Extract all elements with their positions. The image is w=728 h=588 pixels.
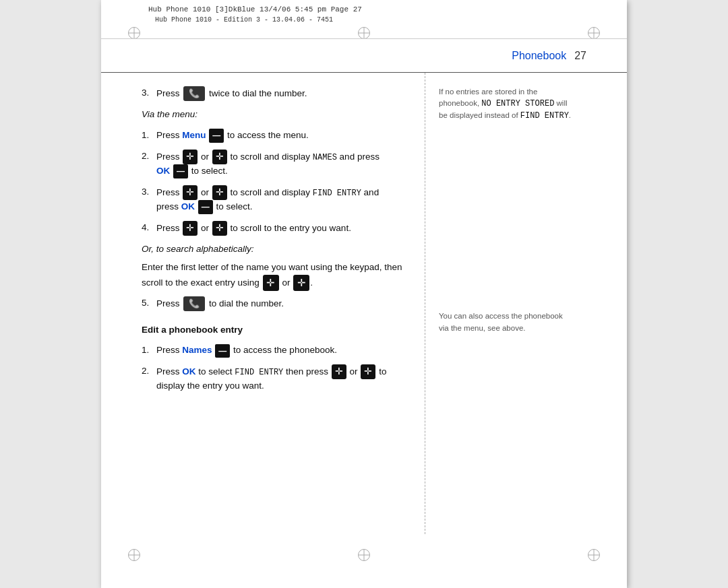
via-step-num-1: 1.: [142, 129, 156, 143]
via-step-content-3: Press or to scroll and display FIND ENTR…: [156, 185, 404, 214]
header-line2: Hub Phone 1010 - Edition 3 - 13.04.06 - …: [155, 16, 333, 24]
note1-mono: NO ENTRY STORED: [481, 99, 554, 108]
names-mono: NAMES: [313, 152, 337, 162]
reg-mark-bc: [358, 549, 370, 561]
header-line1: Hub Phone 1010 [3]DkBlue 13/4/06 5:45 pm…: [148, 5, 362, 13]
note1-end: .: [569, 111, 571, 119]
to-select-2: to select.: [191, 166, 228, 176]
phone-icon-1: [183, 86, 205, 101]
menu-label: Menu: [182, 130, 206, 140]
via-step-num-2: 2.: [142, 150, 156, 164]
step1-after: to access the menu.: [227, 130, 309, 140]
nav-icon-up-4: [183, 221, 198, 236]
section-heading-edit: Edit a phonebook entry: [142, 323, 404, 337]
ok-edit-label: OK: [182, 366, 195, 377]
nav-icon-search-1: [263, 275, 279, 291]
reg-mark-br: [588, 549, 600, 561]
page-number: 27: [574, 50, 586, 62]
via-step-num-3: 3.: [142, 185, 156, 199]
step-5: 5. Press to dial the number.: [142, 296, 404, 311]
names-btn: —: [215, 344, 230, 358]
nav-icon-up-2: [183, 150, 198, 164]
page-title-area: Phonebook 27: [101, 39, 627, 73]
page-container: Hub Phone 1010 [3]DkBlue 13/4/06 5:45 pm…: [101, 0, 627, 588]
or-search-label: Or, to search alphabetically:: [142, 242, 404, 257]
nav-icon-edit-2: [361, 364, 375, 379]
reg-mark-bl: [128, 549, 140, 561]
nav-icon-search-2: [293, 275, 309, 291]
step-content-5: Press to dial the number.: [156, 296, 404, 311]
note1-line2: phonebook,: [439, 99, 481, 107]
menu-btn-1: —: [209, 129, 224, 143]
via-step-num-4: 4.: [142, 221, 156, 235]
ok-btn-3: —: [198, 200, 213, 214]
page-title: Phonebook: [512, 50, 566, 62]
nav-icon-edit-1: [332, 364, 346, 379]
search-para: Enter the first letter of the name you w…: [142, 261, 404, 291]
edit-step-num-1: 1.: [142, 344, 156, 358]
edit-step-1: 1. Press Names — to access the phonebook…: [142, 344, 404, 358]
note2-line1: You can also access the phonebook: [439, 312, 563, 320]
note1-line4: be displayed instead of: [439, 111, 520, 119]
nav-icon-down-4: [212, 221, 227, 236]
content-area: 3. Press twice to dial the number. Via t…: [101, 73, 627, 534]
via-step-2: 2. Press or to scroll and display NAMES …: [142, 150, 404, 178]
step3-text: twice to dial the number.: [206, 88, 307, 98]
search-or-text: or: [282, 277, 290, 287]
ok-label-3: OK: [181, 201, 195, 211]
edit-step-content-1: Press Names — to access the phonebook.: [156, 344, 404, 358]
right-note-2: You can also access the phonebook via th…: [439, 311, 613, 334]
via-menu-label: Via the menu:: [142, 108, 404, 122]
nav-icon-down-3: [212, 185, 227, 200]
edit-step-2: 2. Press OK to select FIND ENTRY then pr…: [142, 364, 404, 393]
edit-step2-to: to: [379, 366, 386, 377]
edit-step-content-2: Press OK to select FIND ENTRY then press…: [156, 364, 404, 393]
note2-line2: via the menu, see above.: [439, 324, 526, 332]
edit-step-num-2: 2.: [142, 364, 156, 379]
step5-text: to dial the number.: [206, 298, 284, 308]
via-step-content-1: Press Menu — to access the menu.: [156, 129, 404, 143]
find-entry-mono: FIND ENTRY: [313, 188, 361, 197]
step-dial-twice: 3. Press twice to dial the number.: [142, 86, 404, 101]
find-entry-mono-2: FIND ENTRY: [235, 368, 283, 377]
nav-icon-down-2: [212, 150, 227, 164]
to-select-3: to select.: [216, 201, 253, 211]
phone-icon-2: [183, 296, 205, 311]
via-step-4: 4. Press or to scroll to the entry you w…: [142, 221, 404, 236]
ok-btn-2: —: [173, 164, 188, 178]
nav-icon-up-3: [183, 185, 198, 200]
right-note-1: If no entries are stored in the phoneboo…: [439, 86, 613, 122]
note1-line3: will: [554, 99, 567, 107]
via-step-content-2: Press or to scroll and display NAMES and…: [156, 150, 404, 178]
left-column: 3. Press twice to dial the number. Via t…: [101, 73, 425, 534]
header-area: Hub Phone 1010 [3]DkBlue 13/4/06 5:45 pm…: [101, 0, 627, 39]
via-step-3: 3. Press or to scroll and display FIND E…: [142, 185, 404, 214]
names-label: Names: [182, 345, 212, 355]
note1-mono2: FIND ENTRY: [520, 111, 569, 121]
right-column: If no entries are stored in the phoneboo…: [425, 73, 627, 534]
via-step-content-4: Press or to scroll to the entry you want…: [156, 221, 404, 236]
step-num-3-dial: 3.: [142, 86, 156, 100]
via-step-1: 1. Press Menu — to access the menu.: [142, 129, 404, 143]
step-num-5: 5.: [142, 296, 156, 311]
step4-after: to scroll to the entry you want.: [231, 222, 351, 232]
step-content-3-dial: Press twice to dial the number.: [156, 86, 404, 101]
note1-line1: If no entries are stored in the: [439, 88, 537, 96]
edit-step1-after: to access the phonebook.: [233, 345, 337, 355]
edit-step2-next: display the entry you want.: [156, 381, 264, 391]
ok-label-2: OK: [156, 166, 170, 176]
